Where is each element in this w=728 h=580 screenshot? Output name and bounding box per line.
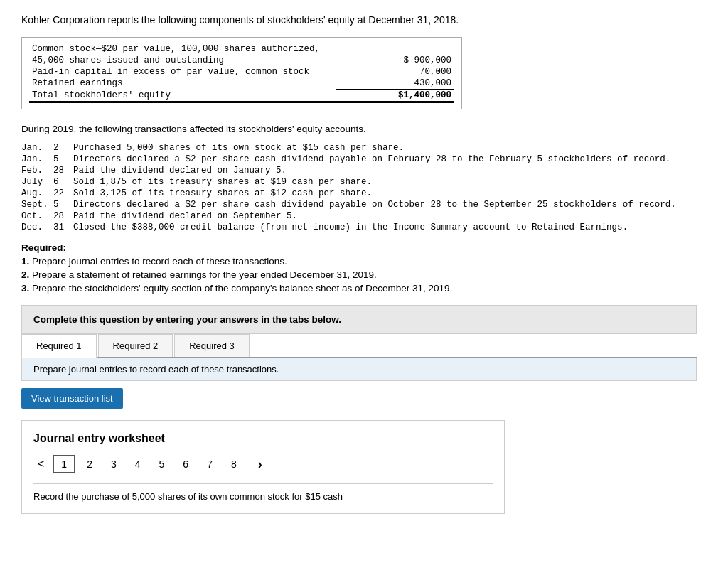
- transaction-month: Oct.: [21, 211, 53, 221]
- page-prev-button[interactable]: <: [33, 456, 48, 472]
- transaction-text: Directors declared a $2 per share cash d…: [73, 200, 707, 210]
- equity-amount: $ 900,000: [336, 55, 454, 66]
- transaction-row: Jan.5Directors declared a $2 per share c…: [21, 154, 707, 164]
- equity-row: Total stockholders' equity$1,400,000: [29, 90, 454, 102]
- transaction-text: Sold 1,875 of its treasury shares at $19…: [73, 177, 707, 187]
- page-number-7[interactable]: 7: [200, 456, 220, 472]
- transaction-row: Feb.28Paid the dividend declared on Janu…: [21, 166, 707, 176]
- transaction-text: Closed the $388,000 credit balance (from…: [73, 222, 707, 232]
- page-number-3[interactable]: 3: [104, 456, 124, 472]
- transaction-month: Jan.: [21, 154, 53, 164]
- transaction-day: 5: [53, 200, 73, 210]
- transaction-month: July: [21, 177, 53, 187]
- transaction-day: 31: [53, 222, 73, 232]
- transaction-row: Jan.2Purchased 5,000 shares of its own s…: [21, 143, 707, 153]
- transactions-list: Jan.2Purchased 5,000 shares of its own s…: [21, 143, 707, 232]
- transaction-row: Sept.5Directors declared a $2 per share …: [21, 200, 707, 210]
- tab-content-label: Prepare journal entries to record each o…: [21, 358, 697, 381]
- transaction-month: Dec.: [21, 222, 53, 232]
- equity-amount: $1,400,000: [336, 90, 454, 102]
- equity-label: Common stock—$20 par value, 100,000 shar…: [29, 43, 336, 55]
- equity-row: Common stock—$20 par value, 100,000 shar…: [29, 43, 454, 55]
- page-number-4[interactable]: 4: [128, 456, 148, 472]
- required-title: Required:: [21, 242, 66, 253]
- required-item-3: 3. Prepare the stockholders' equity sect…: [21, 283, 707, 294]
- page-number-1[interactable]: 1: [53, 455, 75, 473]
- during-text: During 2019, the following transactions …: [21, 124, 707, 134]
- required-section: Required: 1. Prepare journal entries to …: [21, 242, 707, 294]
- page-number-8[interactable]: 8: [224, 456, 244, 472]
- view-transaction-button[interactable]: View transaction list: [21, 388, 123, 409]
- transaction-day: 6: [53, 177, 73, 187]
- transaction-row: Oct.28Paid the dividend declared on Sept…: [21, 211, 707, 221]
- transaction-text: Purchased 5,000 shares of its own stock …: [73, 143, 707, 153]
- instruction-box: Complete this question by entering your …: [21, 305, 697, 334]
- equity-table: Common stock—$20 par value, 100,000 shar…: [21, 37, 462, 109]
- equity-label: Total stockholders' equity: [29, 90, 336, 102]
- transaction-month: Feb.: [21, 166, 53, 176]
- page-navigation: <12345678›: [33, 455, 493, 473]
- transaction-text: Directors declared a $2 per share cash d…: [73, 154, 707, 164]
- transaction-row: Aug.22Sold 3,125 of its treasury shares …: [21, 188, 707, 198]
- equity-amount: 430,000: [336, 77, 454, 90]
- transaction-text: Paid the dividend declared on January 5.: [73, 166, 707, 176]
- journal-title: Journal entry worksheet: [33, 432, 493, 445]
- equity-row: 45,000 shares issued and outstanding$ 90…: [29, 55, 454, 66]
- transaction-day: 28: [53, 166, 73, 176]
- page-number-5[interactable]: 5: [152, 456, 172, 472]
- transaction-row: July6Sold 1,875 of its treasury shares a…: [21, 177, 707, 187]
- equity-amount: 70,000: [336, 66, 454, 77]
- equity-row: Paid-in capital in excess of par value, …: [29, 66, 454, 77]
- equity-label: Retained earnings: [29, 77, 336, 90]
- transaction-month: Aug.: [21, 188, 53, 198]
- transaction-month: Jan.: [21, 143, 53, 153]
- tabs-container: Required 1Required 2Required 3: [21, 334, 697, 358]
- required-item-2: 2. Prepare a statement of retained earni…: [21, 269, 707, 280]
- equity-row: Retained earnings430,000: [29, 77, 454, 90]
- intro-text: Kohler Corporation reports the following…: [21, 14, 707, 26]
- page-number-2[interactable]: 2: [80, 456, 100, 472]
- required-item-1: 1. Prepare journal entries to record eac…: [21, 256, 707, 267]
- tab-required-2[interactable]: Required 2: [98, 334, 173, 357]
- tab-required-3[interactable]: Required 3: [174, 334, 250, 357]
- equity-amount: [336, 43, 454, 55]
- page-number-6[interactable]: 6: [176, 456, 196, 472]
- transaction-day: 28: [53, 211, 73, 221]
- journal-worksheet: Journal entry worksheet <12345678› Recor…: [21, 420, 505, 514]
- equity-label: 45,000 shares issued and outstanding: [29, 55, 336, 66]
- transaction-text: Paid the dividend declared on September …: [73, 211, 707, 221]
- tab-required-1[interactable]: Required 1: [21, 334, 97, 358]
- transaction-day: 22: [53, 188, 73, 198]
- page-next-button[interactable]: ›: [254, 456, 267, 473]
- transaction-day: 5: [53, 154, 73, 164]
- transaction-row: Dec.31Closed the $388,000 credit balance…: [21, 222, 707, 232]
- transaction-day: 2: [53, 143, 73, 153]
- record-text: Record the purchase of 5,000 shares of i…: [33, 483, 493, 502]
- equity-label: Paid-in capital in excess of par value, …: [29, 66, 336, 77]
- transaction-text: Sold 3,125 of its treasury shares at $12…: [73, 188, 707, 198]
- transaction-month: Sept.: [21, 200, 53, 210]
